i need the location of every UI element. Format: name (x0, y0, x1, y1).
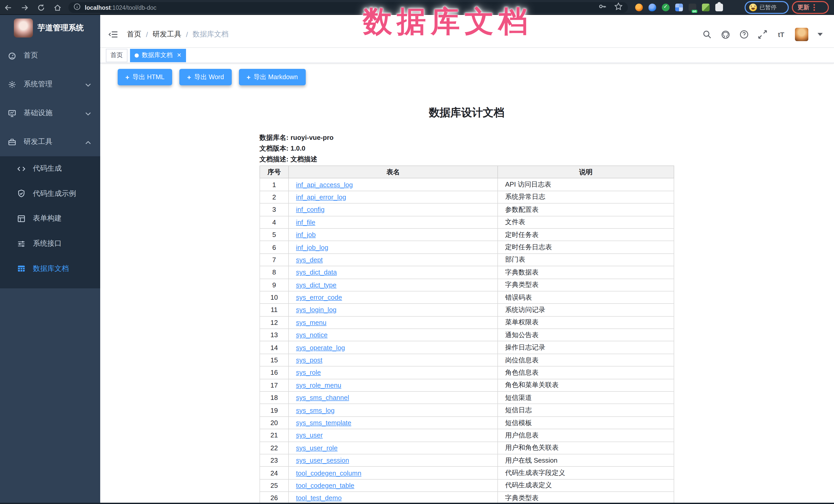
sidebar-item-基础设施[interactable]: 基础设施 (0, 99, 100, 128)
table-name-link[interactable]: sys_role_menu (296, 381, 341, 389)
app-title: 芋道管理系统 (38, 23, 84, 33)
code-icon (17, 165, 26, 173)
info-value: 1.0.0 (291, 145, 306, 152)
breadcrumb-item[interactable]: 研发工具 (153, 30, 181, 39)
search-icon[interactable] (702, 30, 712, 39)
table-desc-cell: API 访问日志表 (498, 178, 674, 191)
logo-image (14, 19, 33, 38)
table-name-link[interactable]: inf_job (296, 231, 316, 239)
reload-icon[interactable] (37, 3, 45, 12)
table-name-link[interactable]: sys_sms_log (296, 406, 334, 414)
table-name-link[interactable]: inf_api_access_log (296, 181, 353, 189)
column-header: 序号 (260, 166, 288, 178)
table-name-link[interactable]: sys_user_role (296, 444, 337, 452)
table-name-link[interactable]: inf_job_log (296, 243, 328, 251)
doc-info-line: 文档版本:1.0.0 (260, 143, 674, 154)
sidebar-subitem-代码生成示例[interactable]: 代码生成示例 (0, 181, 100, 206)
tab-close-icon[interactable]: ✕ (177, 52, 181, 58)
github-icon[interactable] (721, 30, 730, 39)
sidebar-menu: 首页系统管理基础设施研发工具 (0, 41, 100, 156)
extension-orange-icon[interactable] (635, 4, 643, 11)
sidebar-item-首页[interactable]: 首页 (0, 41, 100, 70)
bookmark-star-icon[interactable] (614, 2, 623, 13)
app-logo[interactable]: 芋道管理系统 (0, 15, 100, 41)
font-size-icon[interactable]: tT (776, 30, 786, 39)
doc-info: 数据库名:ruoyi-vue-pro文档版本:1.0.0文档描述:文档描述 (260, 132, 674, 165)
row-index: 13 (260, 329, 288, 341)
table-desc-cell: 操作日志记录 (498, 341, 674, 354)
table-row: 15sys_post岗位信息表 (260, 354, 674, 367)
extension-leaf-icon[interactable] (702, 4, 710, 11)
browser-menu-icon[interactable] (813, 4, 815, 11)
table-name-link[interactable]: sys_menu (296, 319, 327, 326)
sidebar-subitem-表单构建[interactable]: 表单构建 (0, 206, 100, 231)
tab-数据库文档[interactable]: 数据库文档✕ (130, 49, 186, 62)
table-name-link[interactable]: tool_test_demo (296, 494, 342, 502)
table-name-cell: inf_config (288, 203, 498, 216)
table-name-link[interactable]: sys_login_log (296, 306, 336, 314)
table-row: 10sys_error_code错误码表 (260, 291, 674, 304)
table-row: 7sys_dept部门表 (260, 254, 674, 266)
table-name-cell: tool_codegen_table (288, 479, 498, 492)
table-name-link[interactable]: inf_file (296, 218, 315, 226)
table-name-link[interactable]: sys_dept (296, 256, 323, 264)
home-icon[interactable] (53, 3, 62, 12)
table-desc-cell: 文件表 (498, 216, 674, 228)
export-button-导出 HTML[interactable]: +导出 HTML (118, 69, 172, 85)
help-icon[interactable] (740, 30, 749, 39)
table-name-link[interactable]: sys_user (296, 432, 323, 439)
table-name-link[interactable]: sys_notice (296, 331, 328, 339)
address-bar[interactable]: localhost:1024/tool/db-doc (68, 2, 628, 13)
table-row: 2inf_api_error_log系统异常日志 (260, 191, 674, 203)
back-icon[interactable] (4, 3, 12, 12)
fullscreen-icon[interactable] (758, 30, 767, 39)
browser-update-button[interactable]: 更新 (792, 1, 829, 14)
site-info-icon[interactable] (73, 3, 81, 12)
sidebar-item-label: 基础设施 (24, 108, 52, 118)
row-index: 25 (260, 479, 288, 492)
table-name-link[interactable]: inf_api_error_log (296, 193, 346, 201)
table-name-link[interactable]: sys_dict_type (296, 281, 336, 289)
table-name-link[interactable]: sys_user_session (296, 457, 349, 464)
table-name-link[interactable]: sys_sms_channel (296, 394, 349, 401)
url-text: localhost:1024/tool/db-doc (85, 4, 156, 10)
extensions-puzzle-icon[interactable] (715, 4, 723, 11)
tab-首页[interactable]: 首页 (106, 49, 128, 62)
table-name-link[interactable]: sys_role (296, 369, 321, 376)
row-index: 7 (260, 254, 288, 266)
sidebar-subitem-代码生成[interactable]: 代码生成 (0, 156, 100, 181)
row-index: 17 (260, 379, 288, 391)
table-name-link[interactable]: sys_post (296, 356, 323, 364)
translate-paused-badge[interactable]: 已暂停 (745, 1, 789, 14)
forward-icon[interactable] (21, 3, 29, 12)
table-name-link[interactable]: sys_sms_template (296, 419, 351, 426)
sidebar-item-研发工具[interactable]: 研发工具 (0, 128, 100, 156)
table-name-link[interactable]: sys_error_code (296, 293, 342, 301)
table-name-link[interactable]: inf_config (296, 206, 325, 214)
table-name-link[interactable]: sys_operate_log (296, 344, 345, 351)
user-avatar[interactable] (795, 28, 808, 41)
sidebar-subitem-数据库文档[interactable]: 数据库文档 (0, 256, 100, 281)
info-value: 文档描述 (291, 155, 317, 163)
table-name-link[interactable]: tool_codegen_column (296, 469, 361, 477)
update-label: 更新 (797, 4, 809, 11)
table-desc-cell: 定时任务表 (498, 228, 674, 241)
extension-grid-icon[interactable] (675, 4, 683, 11)
table-name-cell: sys_login_log (288, 304, 498, 316)
sidebar-item-系统管理[interactable]: 系统管理 (0, 70, 100, 99)
password-key-icon[interactable] (598, 2, 607, 13)
table-name-link[interactable]: sys_dict_data (296, 268, 337, 276)
extension-drop-icon[interactable] (649, 4, 656, 11)
row-index: 15 (260, 354, 288, 367)
extension-on-badge-icon[interactable] (688, 4, 696, 11)
row-index: 3 (260, 203, 288, 216)
extension-check-icon[interactable] (662, 4, 670, 11)
export-button-导出 Word[interactable]: +导出 Word (179, 69, 232, 85)
table-row: 22sys_user_role用户和角色关联表 (260, 441, 674, 454)
table-name-link[interactable]: tool_codegen_table (296, 482, 354, 489)
caret-down-icon[interactable] (817, 33, 823, 36)
collapse-sidebar-icon[interactable] (108, 30, 118, 39)
sidebar-subitem-系统接口[interactable]: 系统接口 (0, 231, 100, 256)
breadcrumb-item[interactable]: 首页 (127, 30, 141, 39)
table-desc-cell: 用户在线 Session (498, 454, 674, 467)
